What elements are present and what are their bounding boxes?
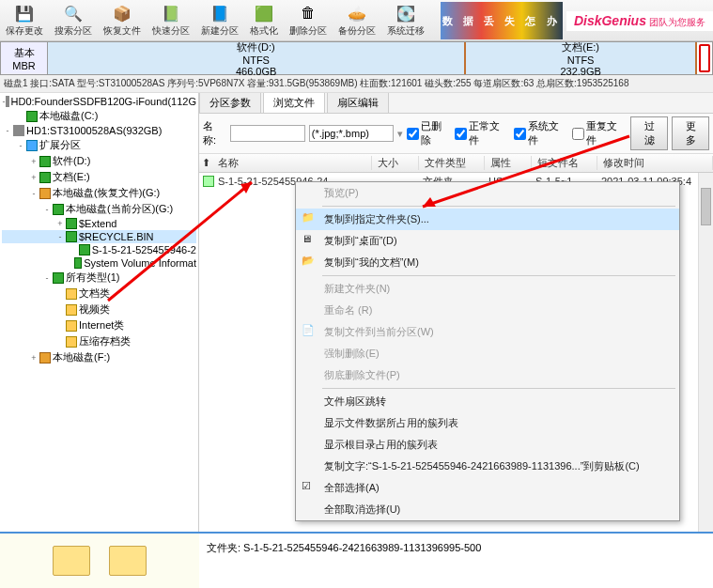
- toolbar-系统迁移[interactable]: 💽系统迁移: [381, 0, 430, 40]
- disk-basic-label: 基本: [1, 46, 47, 60]
- scrollbar-thumb[interactable]: [701, 188, 711, 225]
- tree-expander[interactable]: [54, 305, 66, 315]
- tab-1[interactable]: 浏览文件: [263, 93, 325, 113]
- tree-expander[interactable]: -: [41, 273, 53, 283]
- tree-expander[interactable]: [68, 245, 79, 255]
- tree-expander[interactable]: +: [28, 353, 39, 363]
- filter-name-input[interactable]: [230, 125, 305, 142]
- partition-e[interactable]: 文档(E:) NTFS 232.9GB: [466, 42, 697, 74]
- tree-label: $Extend: [79, 218, 116, 229]
- menu-item: 预览(P): [296, 182, 679, 204]
- menu-icon: 📁: [302, 211, 317, 224]
- tree-expander[interactable]: +: [54, 219, 66, 228]
- up-icon[interactable]: ⬆: [199, 157, 212, 169]
- disk-mbr-label: MBR: [1, 60, 47, 71]
- toolbar-搜索分区[interactable]: 🔍搜索分区: [49, 0, 98, 40]
- disk-layout-bar: 基本 MBR 软件(D:) NTFS 466.0GB 文档(E:) NTFS 2…: [0, 41, 713, 75]
- tree-node[interactable]: Internet类: [2, 317, 196, 333]
- col-mtime[interactable]: 修改时间: [597, 156, 713, 170]
- toolbar-label: 删除分区: [289, 24, 327, 38]
- tree-node[interactable]: +$Extend: [2, 217, 196, 230]
- folder-icon: [66, 288, 77, 300]
- tree-node[interactable]: +本地磁盘(F:): [2, 349, 196, 365]
- tree-node[interactable]: -$RECYCLE.BIN: [2, 230, 196, 243]
- col-short[interactable]: 短文件名: [532, 156, 597, 170]
- menu-item[interactable]: 显示根目录占用的簇列表: [296, 434, 679, 456]
- col-type[interactable]: 文件类型: [419, 156, 485, 170]
- row-checkbox[interactable]: [203, 176, 214, 187]
- filter-type-input[interactable]: [309, 125, 394, 142]
- cb-system[interactable]: 系统文件: [514, 119, 568, 147]
- col-name[interactable]: 名称: [212, 156, 372, 170]
- tree-expander[interactable]: -: [28, 189, 39, 198]
- tree-node[interactable]: 压缩存档类: [2, 333, 196, 349]
- tree-expander[interactable]: -: [54, 232, 66, 241]
- toolbar-格式化[interactable]: 🟩格式化: [244, 0, 284, 40]
- tree-node[interactable]: 视频类: [2, 302, 196, 317]
- partition-d[interactable]: 软件(D:) NTFS 466.0GB: [48, 42, 466, 74]
- tree-node[interactable]: S-1-5-21-525455946-2: [2, 243, 196, 256]
- tree-expander[interactable]: [54, 321, 66, 331]
- tab-0[interactable]: 分区参数: [199, 93, 261, 113]
- tree-node[interactable]: -本地磁盘(当前分区)(G:): [2, 201, 196, 217]
- tree-expander[interactable]: [54, 289, 66, 299]
- context-menu[interactable]: 预览(P)📁复制到指定文件夹(S)...🖥复制到“桌面”(D)📂复制到“我的文档…: [295, 181, 680, 521]
- folder-thumb[interactable]: [53, 546, 90, 576]
- toolbar-保存更改[interactable]: 💾保存更改: [0, 0, 49, 40]
- menu-separator: [322, 206, 675, 207]
- menu-item: 📄复制文件到当前分区(W): [296, 321, 679, 343]
- menu-item[interactable]: 🖥复制到“桌面”(D): [296, 230, 679, 252]
- tree-node[interactable]: 本地磁盘(C:): [2, 108, 196, 124]
- col-attr[interactable]: 属性: [485, 156, 532, 170]
- menu-item[interactable]: ☑全部选择(A): [296, 477, 679, 499]
- toolbar-label: 搜索分区: [54, 24, 92, 38]
- filter-button[interactable]: 过滤: [630, 116, 668, 150]
- tree-node[interactable]: -本地磁盘(恢复文件)(G:): [2, 185, 196, 201]
- toolbar-icon: 📘: [209, 2, 231, 24]
- banner-slogan: 数 据 丢 失 怎 办: [442, 14, 560, 28]
- green-icon: [39, 172, 51, 183]
- menu-item[interactable]: 📂复制到“我的文档”(M): [296, 252, 679, 273]
- tree-node[interactable]: +文档(E:): [2, 169, 196, 185]
- tree-node[interactable]: -扩展分区: [2, 137, 196, 153]
- menu-item[interactable]: 📁复制到指定文件夹(S)...: [296, 209, 679, 230]
- toolbar-icon: 📦: [111, 2, 133, 24]
- col-size[interactable]: 大小: [372, 156, 419, 170]
- vertical-scrollbar[interactable]: [698, 173, 713, 533]
- tree-expander[interactable]: [15, 112, 26, 121]
- tree-node[interactable]: -HD0:FounderSSDFB120G-iFound(112G: [2, 95, 196, 108]
- menu-item[interactable]: 文件扇区跳转: [296, 391, 679, 412]
- tree-expander[interactable]: -: [15, 141, 26, 150]
- tree-expander[interactable]: [68, 258, 74, 268]
- tree-expander[interactable]: -: [2, 126, 13, 135]
- dropdown-icon[interactable]: ▾: [397, 128, 403, 140]
- folder-thumb[interactable]: [109, 546, 147, 576]
- tree-node[interactable]: 文档类: [2, 286, 196, 302]
- tree-expander[interactable]: +: [28, 173, 39, 182]
- toolbar-恢复文件[interactable]: 📦恢复文件: [98, 0, 147, 40]
- tree-expander[interactable]: -: [41, 205, 53, 214]
- tree-node[interactable]: -所有类型(1): [2, 270, 196, 286]
- cb-deleted[interactable]: 已删除: [407, 119, 452, 147]
- toolbar-新建分区[interactable]: 📘新建分区: [195, 0, 244, 40]
- menu-item[interactable]: 显示文件数据所占用的簇列表: [296, 412, 679, 434]
- tree-node[interactable]: System Volume Informat: [2, 256, 196, 270]
- cb-dup[interactable]: 重复文件: [572, 119, 627, 147]
- tree-node[interactable]: +软件(D:): [2, 153, 196, 169]
- tab-2[interactable]: 扇区编辑: [327, 93, 389, 113]
- partition-tree[interactable]: -HD0:FounderSSDFB120G-iFound(112G 本地磁盘(C…: [0, 93, 199, 533]
- menu-label: 复制文件到当前分区(W): [324, 326, 434, 337]
- partition-d-fs: NTFS: [242, 54, 270, 66]
- menu-item[interactable]: 全部取消选择(U): [296, 499, 679, 520]
- tree-node[interactable]: -HD1:ST31000528AS(932GB): [2, 124, 196, 137]
- toolbar-快速分区[interactable]: 📗快速分区: [147, 0, 195, 40]
- menu-label: 显示文件数据所占用的簇列表: [324, 417, 458, 428]
- toolbar-备份分区[interactable]: 🥧备份分区: [333, 0, 381, 40]
- tree-expander[interactable]: [54, 337, 66, 347]
- green-icon: [39, 156, 51, 167]
- more-button[interactable]: 更多: [672, 116, 709, 150]
- cb-normal[interactable]: 正常文件: [455, 119, 509, 147]
- tree-expander[interactable]: +: [28, 157, 39, 166]
- toolbar-删除分区[interactable]: 🗑删除分区: [284, 0, 333, 40]
- menu-item[interactable]: 复制文字:“S-1-5-21-525455946-2421663989-1131…: [296, 456, 679, 477]
